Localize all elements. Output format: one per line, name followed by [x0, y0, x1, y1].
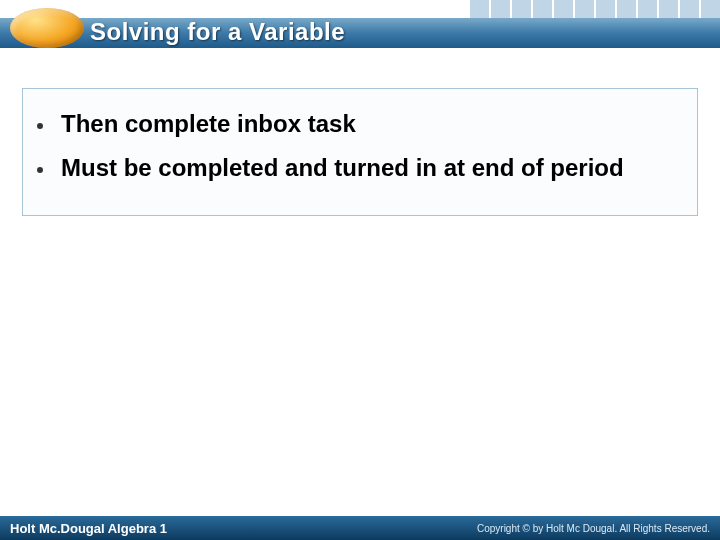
bullet-text: Then complete inbox task — [61, 109, 356, 139]
bullet-text: Must be completed and turned in at end o… — [61, 153, 624, 183]
content-box: Then complete inbox task Must be complet… — [22, 88, 698, 216]
bullet-item: Must be completed and turned in at end o… — [37, 153, 683, 183]
slide-footer: Holt Mc.Dougal Algebra 1 Copyright © by … — [0, 516, 720, 540]
bullet-dot-icon — [37, 123, 43, 129]
footer-copyright: Copyright © by Holt Mc Dougal. All Right… — [477, 523, 710, 534]
bullet-item: Then complete inbox task — [37, 109, 683, 139]
slide-header: Solving for a Variable — [0, 0, 720, 58]
header-oval-icon — [10, 8, 84, 48]
bullet-dot-icon — [37, 167, 43, 173]
footer-textbook-label: Holt Mc.Dougal Algebra 1 — [10, 521, 167, 536]
slide-title: Solving for a Variable — [90, 18, 345, 46]
